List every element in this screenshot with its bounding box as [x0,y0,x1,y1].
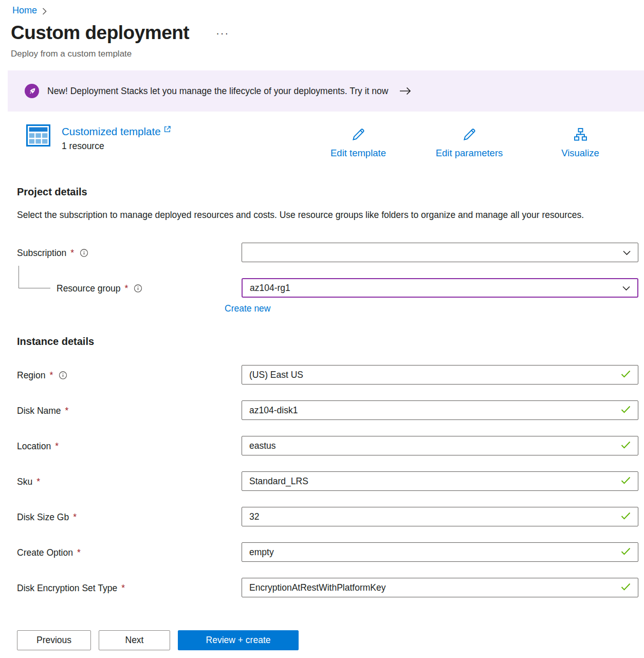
template-icon [26,124,50,152]
breadcrumb-chevron-icon [42,8,47,15]
subscription-row: Subscription* [17,243,638,263]
create-option-row: Create Option* empty [17,542,638,563]
pencil-icon [352,127,365,143]
instance-details-heading: Instance details [17,336,644,348]
sku-row: Sku* Standard_LRS [17,471,638,492]
resource-group-connector [19,266,50,288]
external-link-icon [164,125,171,135]
disk-encryption-set-type-row: Disk Encryption Set Type* EncryptionAtRe… [17,578,638,598]
create-new-link[interactable]: Create new [225,303,271,314]
more-options-button[interactable]: ··· [214,26,231,40]
pencil-icon [463,127,476,143]
template-resource-count: 1 resource [62,141,171,152]
edit-template-label: Edit template [330,148,386,159]
info-icon[interactable] [59,371,67,380]
location-row: Location* eastus [17,436,638,456]
region-row: Region* (US) East US [17,365,638,386]
breadcrumb: Home [0,0,644,16]
location-label: Location* [17,441,59,452]
subscription-label: Subscription* [17,248,88,259]
title-row: Custom deployment ··· [11,22,644,44]
banner-text: New! Deployment Stacks let you manage th… [47,86,388,97]
info-icon[interactable] [134,284,142,293]
region-label: Region* [17,370,67,381]
subscription-select[interactable] [242,243,638,262]
page-subtitle: Deploy from a custom template [11,49,644,59]
disk-name-row: Disk Name* az104-disk1 [17,400,638,421]
project-details-description: Select the subscription to manage deploy… [17,207,613,223]
location-input[interactable]: eastus [242,436,638,455]
resource-group-select[interactable]: az104-rg1 [242,278,638,298]
create-option-label: Create Option* [17,547,81,558]
checkmark-icon [621,441,631,451]
project-details-heading: Project details [17,186,644,198]
disk-size-gb-value: 32 [249,511,259,522]
location-value: eastus [249,441,276,451]
required-asterisk: * [36,477,40,487]
required-asterisk: * [73,512,77,523]
template-section: Customized template 1 resource Edit temp… [0,123,644,173]
sku-value: Standard_LRS [249,476,308,487]
disk-encryption-set-type-value: EncryptionAtRestWithPlatformKey [249,582,386,593]
visualize-button[interactable]: Visualize [524,127,637,159]
info-icon[interactable] [80,249,88,258]
checkmark-icon [621,511,631,522]
wizard-footer: Previous Next Review + create [0,622,644,658]
resource-group-row: Resource group* az104-rg1 [17,278,638,299]
region-input[interactable]: (US) East US [242,365,638,385]
rocket-icon [25,84,39,98]
edit-template-button[interactable]: Edit template [302,127,415,159]
disk-encryption-set-type-label: Disk Encryption Set Type* [17,583,125,594]
deployment-stacks-banner: New! Deployment Stacks let you manage th… [8,70,644,112]
disk-size-gb-row: Disk Size Gb* 32 [17,507,638,527]
custom-deployment-page: Home Custom deployment ··· Deploy from a… [0,0,644,658]
sku-input[interactable]: Standard_LRS [242,471,638,491]
disk-name-value: az104-disk1 [249,405,298,416]
previous-button[interactable]: Previous [17,630,91,650]
sku-label: Sku* [17,477,40,487]
visualize-label: Visualize [561,148,599,159]
required-asterisk: * [121,583,125,594]
required-asterisk: * [49,370,53,381]
edit-parameters-label: Edit parameters [436,148,503,159]
org-chart-icon [574,127,587,143]
arrow-right-icon[interactable] [399,87,411,95]
disk-size-gb-input[interactable]: 32 [242,507,638,526]
disk-size-gb-label: Disk Size Gb* [17,512,77,523]
breadcrumb-home-link[interactable]: Home [12,5,37,16]
region-value: (US) East US [249,370,303,380]
resource-group-value: az104-rg1 [250,283,290,294]
resource-group-label: Resource group* [57,283,142,294]
create-option-input[interactable]: empty [242,542,638,562]
chevron-down-icon [623,247,631,258]
checkmark-icon [621,370,631,380]
next-button[interactable]: Next [99,630,170,650]
disk-encryption-set-type-input[interactable]: EncryptionAtRestWithPlatformKey [242,578,638,597]
chevron-down-icon [622,283,630,294]
disk-name-label: Disk Name* [17,406,68,416]
required-asterisk: * [70,248,74,259]
review-create-button[interactable]: Review + create [178,630,299,650]
page-title: Custom deployment [11,22,189,44]
create-option-value: empty [249,547,274,558]
checkmark-icon [621,476,631,487]
disk-name-input[interactable]: az104-disk1 [242,400,638,420]
checkmark-icon [621,582,631,593]
checkmark-icon [621,405,631,416]
required-asterisk: * [65,406,69,416]
edit-parameters-button[interactable]: Edit parameters [413,127,526,159]
checkmark-icon [621,547,631,558]
required-asterisk: * [77,547,81,558]
required-asterisk: * [55,441,59,452]
customized-template-link[interactable]: Customized template [62,125,161,138]
required-asterisk: * [125,283,128,294]
